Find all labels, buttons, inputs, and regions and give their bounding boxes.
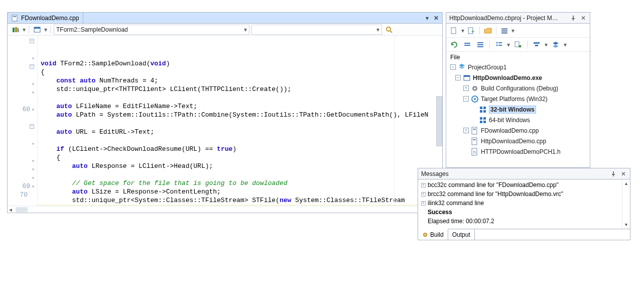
code-line[interactable]: std::unique_ptr<THTTPClient> LClient(THT… — [38, 85, 442, 93]
svg-rect-6 — [34, 27, 40, 29]
horizontal-scroll-thumb[interactable] — [16, 207, 28, 212]
folder-icon[interactable] — [483, 26, 493, 35]
code-line[interactable]: auto URL = EditURL->Text; — [38, 128, 442, 136]
fold-dot-icon — [32, 185, 34, 187]
collapse-icon[interactable] — [462, 40, 472, 49]
expand-icon[interactable] — [421, 192, 426, 197]
message-text: bcc32c command line for "FDownloadDemo.c… — [428, 181, 559, 189]
scroll-down-icon[interactable]: ▾ — [623, 222, 629, 228]
tab-output[interactable]: Output — [448, 229, 475, 240]
refresh-icon[interactable] — [449, 40, 459, 49]
chevron-down-icon[interactable]: ▾ — [545, 41, 548, 48]
chevron-down-icon[interactable]: ▾ — [23, 26, 26, 33]
tab-close-icon[interactable]: ✕ — [432, 15, 440, 22]
method-navigator-combo[interactable]: TForm2::SampleDownload ▾ — [54, 25, 249, 35]
code-line[interactable]: auto LSize = LResponse->ContentLength; — [38, 187, 442, 196]
code-line[interactable]: { — [38, 68, 442, 76]
gutter-line — [8, 156, 37, 165]
tree-row[interactable]: 64-bit Windows — [446, 115, 590, 125]
tree-expander[interactable] — [455, 75, 461, 80]
message-row[interactable]: Success — [420, 208, 620, 217]
close-icon[interactable]: ✕ — [620, 170, 627, 177]
pin-icon[interactable] — [610, 170, 617, 177]
code-area[interactable]: 606970 void TForm2::SampleDownload(void)… — [8, 36, 442, 206]
message-row[interactable]: ilink32 command line — [420, 199, 620, 208]
fold-toggle[interactable] — [30, 64, 34, 69]
svg-rect-35 — [480, 110, 482, 113]
vertical-scrollbar[interactable] — [436, 96, 442, 146]
horizontal-scrollbar[interactable]: ◂ — [8, 206, 442, 213]
fold-toggle[interactable] — [30, 124, 34, 129]
tree-row[interactable]: ProjectGroup1 — [446, 62, 590, 72]
chevron-down-icon[interactable]: ▾ — [564, 41, 567, 48]
list-icon[interactable] — [494, 40, 504, 49]
chevron-down-icon[interactable]: ▾ — [461, 27, 464, 34]
tree-expander[interactable] — [463, 85, 469, 91]
message-row[interactable]: brcc32 command line for "HttpDownloadDem… — [420, 190, 620, 199]
sync-icon[interactable] — [513, 40, 523, 49]
method-navigator-text: TForm2::SampleDownload — [56, 26, 128, 33]
code-line[interactable]: // Get space for the file that is going … — [38, 179, 442, 187]
code-line[interactable]: auto LResponse = LClient->Head(URL); — [38, 162, 442, 170]
fold-dot-icon — [32, 160, 34, 162]
code-line[interactable]: void TForm2::SampleDownload(void) — [38, 59, 442, 68]
code-line[interactable]: const auto NumThreads = 4; — [38, 76, 442, 85]
tab-build[interactable]: Build — [418, 229, 448, 240]
code-line[interactable]: if (LClient->CheckDownloadResume(URL) ==… — [38, 145, 442, 153]
fold-dot-icon — [32, 143, 34, 145]
messages-list[interactable]: bcc32c command line for "FDownloadDemo.c… — [418, 179, 622, 229]
add-file-icon[interactable]: + — [466, 26, 476, 35]
editor-tab[interactable]: FDownloadDemo.cpp — [8, 13, 83, 23]
close-icon[interactable]: ✕ — [580, 15, 587, 22]
code-line[interactable]: auto LPath = System::Ioutils::TPath::Com… — [38, 111, 442, 119]
tree-row[interactable]: hHTTPDownloadDemoPCH1.h — [446, 146, 590, 157]
tree-expander[interactable] — [450, 64, 456, 70]
tree-expander[interactable] — [463, 96, 469, 102]
gutter-line — [8, 62, 37, 71]
new-file-icon[interactable] — [449, 26, 459, 35]
scroll-up-icon[interactable]: ▴ — [623, 180, 629, 186]
tree-row[interactable]: HttpDownloadDemo.cpp — [446, 136, 590, 146]
fold-toggle[interactable] — [30, 39, 34, 43]
toolbar-form-icon[interactable] — [32, 25, 42, 34]
code-line[interactable] — [38, 170, 442, 179]
layers-icon[interactable] — [551, 40, 561, 49]
tree-row[interactable]: Target Platforms (Win32) — [446, 93, 590, 104]
message-text: brcc32 command line for "HttpDownloadDem… — [428, 191, 563, 198]
code-line[interactable]: { — [38, 153, 442, 162]
scroll-left-icon[interactable]: ◂ — [8, 206, 14, 213]
pin-icon[interactable] — [570, 15, 577, 22]
toolbar-books-icon[interactable] — [11, 25, 21, 34]
secondary-navigator-combo[interactable]: ▾ — [251, 25, 382, 35]
win-icon — [479, 116, 487, 124]
h-icon: h — [471, 148, 479, 156]
svg-rect-13 — [501, 30, 507, 32]
gutter-line: 70 — [8, 191, 37, 199]
code-text[interactable]: void TForm2::SampleDownload(void){ const… — [38, 36, 442, 206]
expand-icon[interactable] — [475, 40, 485, 49]
search-icon[interactable] — [384, 25, 394, 34]
code-line[interactable] — [38, 136, 442, 145]
code-line[interactable]: auto LFileName = EditFileName->Text; — [38, 102, 442, 111]
expand-icon[interactable] — [421, 183, 426, 187]
code-line[interactable] — [38, 119, 442, 128]
tab-dropdown-icon[interactable]: ▾ — [424, 15, 430, 22]
code-line[interactable] — [38, 93, 442, 102]
project-manager-toolbar-2: ▾ ▾ ▾ — [446, 38, 590, 52]
code-line[interactable]: STFile->Size = LSize; — [38, 205, 442, 206]
chevron-down-icon[interactable]: ▾ — [511, 27, 514, 34]
filter-icon[interactable] — [532, 40, 542, 49]
chevron-down-icon[interactable]: ▾ — [507, 41, 510, 48]
tree-row[interactable]: Build Configurations (Debug) — [446, 83, 590, 93]
message-row[interactable]: bcc32c command line for "FDownloadDemo.c… — [420, 180, 620, 190]
messages-scrollbar[interactable]: ▴ ▾ — [622, 179, 630, 229]
expand-icon[interactable] — [421, 201, 426, 206]
message-row[interactable]: Elapsed time: 00:00:07.2 — [420, 217, 620, 226]
tree-expander[interactable] — [463, 128, 469, 133]
chevron-down-icon[interactable]: ▾ — [44, 26, 47, 33]
view-list-icon[interactable] — [499, 26, 509, 35]
tree-row[interactable]: HttpDownloadDemo.exe — [446, 72, 590, 83]
code-line[interactable]: std::unique_ptr<System::Classes::TFileSt… — [38, 196, 442, 205]
tree-row[interactable]: 32-bit Windows — [446, 104, 590, 115]
tree-row[interactable]: FDownloadDemo.cpp — [446, 125, 590, 136]
